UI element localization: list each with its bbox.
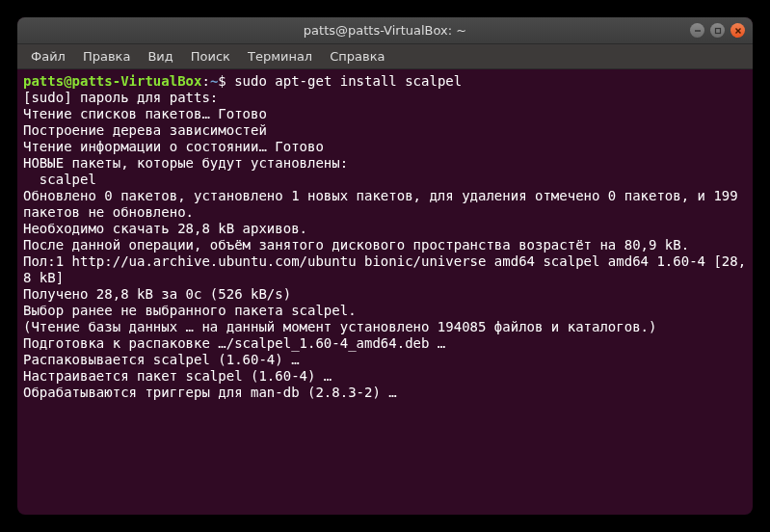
output-line: Чтение информации о состоянии… Готово <box>23 139 324 154</box>
minimize-button[interactable] <box>690 23 704 38</box>
window-title: patts@patts-VirtualBox: ~ <box>304 23 466 38</box>
menu-help[interactable]: Справка <box>322 46 392 66</box>
output-line: Подготовка к распаковке …/scalpel_1.60-4… <box>23 335 445 351</box>
output-line: После данной операции, объём занятого ди… <box>23 237 689 253</box>
output-line: Обрабатываются триггеры для man-db (2.8.… <box>23 385 397 400</box>
close-button[interactable] <box>730 23 745 38</box>
terminal-window: patts@patts-VirtualBox: ~ Файл Правка Ви… <box>17 17 753 515</box>
output-line: Выбор ранее не выбранного пакета scalpel… <box>23 303 357 318</box>
menu-search[interactable]: Поиск <box>183 46 238 66</box>
close-icon <box>734 27 742 35</box>
maximize-button[interactable] <box>710 23 725 38</box>
output-line: [sudo] пароль для patts: <box>23 90 218 105</box>
command-text: sudo apt-get install scalpel <box>234 73 462 89</box>
menu-terminal[interactable]: Терминал <box>240 46 320 66</box>
window-controls <box>690 23 745 38</box>
svg-rect-1 <box>715 28 720 33</box>
output-line: (Чтение базы данных … на данный момент у… <box>23 319 656 334</box>
menu-edit[interactable]: Правка <box>75 46 138 66</box>
minimize-icon <box>694 27 702 35</box>
prompt-user-host: patts@patts-VirtualBox <box>23 73 201 89</box>
output-line: Необходимо скачать 28,8 kB архивов. <box>23 221 307 236</box>
output-line: Настраивается пакет scalpel (1.60-4) … <box>23 368 332 384</box>
menu-file[interactable]: Файл <box>23 46 73 66</box>
output-line: Чтение списков пакетов… Готово <box>23 106 267 121</box>
output-line: Получено 28,8 kB за 0с (526 kB/s) <box>23 286 291 302</box>
menu-view[interactable]: Вид <box>140 46 180 66</box>
output-line: Построение дерева зависимостей <box>23 122 267 138</box>
maximize-icon <box>714 27 722 35</box>
output-line: Обновлено 0 пакетов, установлено 1 новых… <box>23 188 746 220</box>
output-line: scalpel <box>23 172 96 187</box>
output-line: Распаковывается scalpel (1.60-4) … <box>23 352 300 367</box>
output-line: НОВЫЕ пакеты, которые будут установлены: <box>23 155 348 171</box>
menubar: Файл Правка Вид Поиск Терминал Справка <box>17 44 753 69</box>
output-line: Пол:1 http://ua.archive.ubuntu.com/ubunt… <box>23 253 746 285</box>
prompt-separator: : <box>201 73 209 89</box>
titlebar: patts@patts-VirtualBox: ~ <box>17 17 753 44</box>
prompt-sigil: $ <box>218 73 226 89</box>
terminal-body[interactable]: patts@patts-VirtualBox:~$ sudo apt-get i… <box>17 69 753 515</box>
